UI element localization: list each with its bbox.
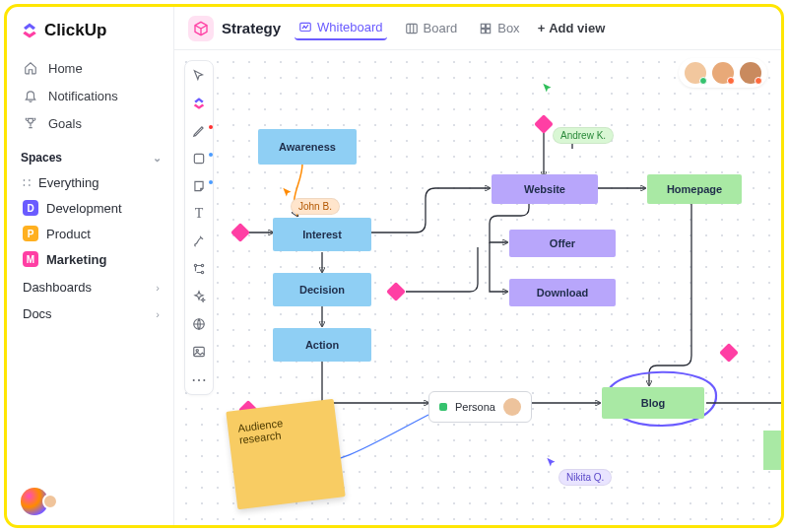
view-label: Whiteboard	[317, 20, 382, 34]
view-board[interactable]: Board	[401, 17, 462, 39]
add-view-button[interactable]: + Add view	[538, 21, 606, 35]
node-blog[interactable]: Blog	[602, 387, 704, 419]
chevron-right-icon: ›	[156, 282, 160, 294]
svg-rect-2	[482, 24, 486, 28]
toolbox: T ⋯	[184, 60, 214, 395]
nav-notifications[interactable]: Notifications	[21, 82, 162, 109]
view-whiteboard[interactable]: Whiteboard	[295, 16, 386, 40]
connector-handle[interactable]	[719, 343, 739, 363]
connector-handle[interactable]	[534, 114, 554, 134]
svg-rect-6	[194, 154, 203, 163]
connector-handle[interactable]	[230, 223, 250, 242]
space-badge: D	[23, 200, 38, 216]
cursor-label-john: John B.	[291, 198, 340, 215]
cursor-label-nikita: Nikita Q.	[558, 469, 612, 486]
user-avatar[interactable]	[21, 488, 48, 515]
sidebar-item-docs[interactable]: Docs ›	[21, 299, 162, 325]
space-chip[interactable]: Strategy	[188, 16, 281, 41]
svg-point-9	[201, 264, 203, 266]
svg-point-7	[194, 264, 196, 266]
chevron-down-icon: ⌄	[153, 152, 162, 165]
view-box[interactable]: Box	[475, 17, 523, 39]
svg-point-12	[196, 350, 198, 352]
sidebar-item-label: Development	[46, 201, 122, 216]
node-partial[interactable]	[763, 431, 781, 470]
node-download[interactable]: Download	[509, 279, 616, 306]
view-label: Board	[424, 21, 458, 35]
node-persona[interactable]: Persona	[428, 391, 532, 423]
nav-label: Goals	[48, 116, 82, 131]
sidebar-item-label: Marketing	[46, 252, 106, 267]
sticky-note[interactable]: Audience research	[226, 399, 345, 510]
nav-goals[interactable]: Goals	[21, 109, 162, 137]
node-decision[interactable]: Decision	[273, 273, 371, 306]
status-dot-icon	[439, 403, 447, 411]
space-badge: P	[23, 226, 38, 241]
nav-label: Home	[48, 61, 83, 76]
cursor-icon	[545, 456, 557, 468]
cursor-icon	[541, 82, 553, 94]
node-interest[interactable]: Interest	[273, 218, 371, 251]
avatar	[503, 398, 521, 416]
nav-home[interactable]: Home	[21, 54, 162, 82]
nav-label: Notifications	[48, 89, 118, 103]
spaces-header[interactable]: Spaces ⌄	[21, 151, 162, 165]
tool-image[interactable]	[190, 343, 208, 361]
svg-rect-4	[482, 29, 486, 33]
node-awareness[interactable]: Awareness	[258, 129, 357, 165]
sidebar-item-product[interactable]: P Product	[21, 221, 162, 246]
tool-ai[interactable]	[190, 288, 208, 305]
sidebar-item-label: Product	[46, 227, 91, 241]
svg-point-8	[201, 271, 203, 273]
svg-rect-5	[487, 29, 491, 33]
collaborator-avatars[interactable]	[679, 58, 767, 88]
topbar: Strategy Whiteboard Board Box + Add view	[174, 7, 781, 50]
tool-relation[interactable]	[190, 260, 208, 278]
svg-rect-3	[487, 24, 491, 28]
clickup-logo-icon	[21, 22, 38, 39]
brand: ClickUp	[21, 21, 162, 40]
avatar	[685, 62, 706, 84]
node-homepage[interactable]: Homepage	[647, 174, 742, 204]
box-icon	[479, 22, 492, 35]
tool-pen[interactable]	[190, 122, 208, 140]
cursor-icon	[281, 186, 293, 198]
bell-icon	[23, 88, 38, 103]
tool-connector[interactable]	[190, 233, 208, 250]
sidebar-item-everything[interactable]: ∷ Everything	[21, 170, 162, 195]
sidebar-item-label: Everything	[38, 175, 98, 190]
tool-shape[interactable]	[190, 150, 208, 167]
svg-rect-1	[406, 24, 417, 33]
sidebar: ClickUp Home Notifications Goals Spaces …	[7, 7, 174, 525]
persona-label: Persona	[455, 401, 495, 413]
whiteboard-canvas[interactable]: T ⋯ .avatars .a:nth-child(1)::after{back…	[174, 50, 781, 525]
tool-note[interactable]	[190, 177, 208, 195]
tool-select[interactable]	[190, 67, 208, 85]
tool-text[interactable]: T	[190, 205, 208, 223]
tool-web[interactable]	[190, 315, 208, 333]
avatar	[712, 62, 734, 84]
svg-rect-11	[194, 347, 205, 356]
sidebar-item-marketing[interactable]: M Marketing	[21, 246, 162, 272]
space-badge: M	[23, 251, 38, 267]
view-label: Box	[497, 21, 519, 35]
board-icon	[405, 22, 419, 35]
tool-clickup[interactable]	[190, 95, 208, 112]
node-action[interactable]: Action	[273, 328, 371, 362]
cursor-label-andrew: Andrew K.	[553, 127, 614, 144]
secondary-avatar	[42, 494, 58, 509]
sidebar-item-development[interactable]: D Development	[21, 195, 162, 221]
grid-icon: ∷	[23, 175, 31, 190]
sidebar-item-dashboards[interactable]: Dashboards ›	[21, 272, 162, 299]
node-website[interactable]: Website	[492, 174, 598, 204]
avatar	[740, 62, 761, 84]
trophy-icon	[23, 115, 38, 131]
connector-handle[interactable]	[386, 282, 406, 301]
cube-icon	[188, 16, 214, 41]
tool-more[interactable]: ⋯	[190, 370, 208, 388]
home-icon	[23, 60, 38, 76]
chevron-right-icon: ›	[156, 308, 160, 320]
brand-name: ClickUp	[44, 21, 106, 40]
node-offer[interactable]: Offer	[509, 230, 616, 257]
whiteboard-icon	[298, 21, 312, 34]
